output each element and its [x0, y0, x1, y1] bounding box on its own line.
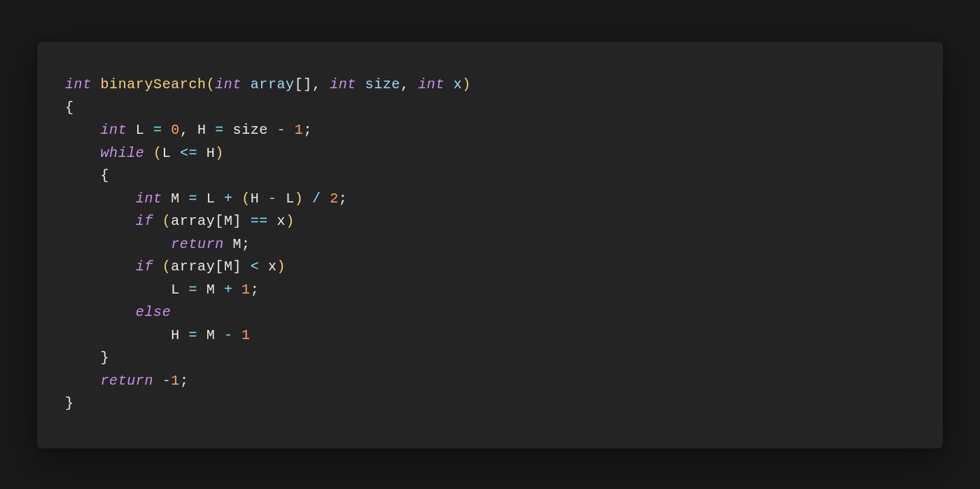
code-token: x [268, 259, 277, 275]
code-token: 2 [330, 191, 339, 207]
code-token [410, 76, 419, 92]
code-token [303, 191, 312, 207]
code-token: L [136, 122, 145, 138]
code-token: [] [295, 76, 312, 92]
code-token [215, 327, 224, 343]
code-token: if [136, 213, 153, 229]
code-token [224, 122, 233, 138]
code-token: == [251, 213, 268, 229]
code-token [197, 327, 206, 343]
code-token: return [100, 373, 153, 389]
code-token: binarySearch [100, 76, 206, 92]
code-block[interactable]: int binarySearch(int array[], int size, … [65, 74, 915, 415]
code-token: size [233, 122, 268, 138]
code-token [268, 213, 277, 229]
code-token: int [418, 76, 444, 92]
code-token [180, 327, 189, 343]
code-token: + [224, 191, 233, 207]
code-token: H [206, 145, 216, 161]
code-token [65, 304, 136, 320]
code-token: M [224, 213, 233, 229]
code-token: } [100, 350, 109, 366]
code-token: H [251, 191, 260, 207]
code-token [356, 76, 365, 92]
code-token: H [197, 122, 206, 138]
code-token: else [136, 304, 171, 320]
code-token: ) [286, 213, 295, 229]
code-token: L [286, 191, 295, 207]
code-token: L [206, 191, 216, 207]
code-token [65, 213, 136, 229]
code-token [153, 373, 162, 389]
code-token: <= [180, 145, 197, 161]
code-token [144, 122, 153, 138]
code-token: while [100, 145, 144, 161]
code-token [197, 145, 206, 161]
code-token [180, 191, 189, 207]
code-token: H [171, 327, 180, 343]
code-token [286, 122, 295, 138]
code-token: - [162, 373, 172, 389]
code-token: - [277, 122, 286, 138]
code-token: = [188, 191, 197, 207]
code-token: 0 [171, 122, 180, 138]
code-token: ) [277, 259, 286, 275]
code-token [233, 282, 242, 298]
code-token: = [188, 282, 197, 298]
code-token [162, 122, 172, 138]
code-snippet-card: int binarySearch(int array[], int size, … [37, 42, 943, 448]
code-token [65, 236, 171, 252]
code-token [65, 259, 136, 275]
code-token: [ [215, 213, 224, 229]
code-token [277, 191, 286, 207]
code-token: M [232, 236, 241, 252]
code-token: - [268, 191, 277, 207]
code-token [144, 145, 153, 161]
code-token: 1 [171, 373, 180, 389]
code-token: M [206, 282, 216, 298]
code-token [215, 191, 224, 207]
code-token: 1 [241, 327, 251, 343]
code-token [92, 76, 101, 92]
code-token [180, 282, 189, 298]
code-token [65, 373, 100, 389]
code-token: array [171, 213, 215, 229]
code-token [153, 213, 162, 229]
code-token: 1 [241, 282, 251, 298]
code-token: if [136, 259, 153, 275]
code-token [321, 76, 330, 92]
code-token: ) [462, 76, 471, 92]
code-token: ; [251, 282, 260, 298]
code-token [233, 327, 242, 343]
code-token [197, 282, 206, 298]
code-token: L [162, 145, 172, 161]
code-token: x [277, 213, 286, 229]
code-token: array [251, 76, 295, 92]
code-token: ( [153, 145, 162, 161]
code-token [241, 76, 251, 92]
code-token [259, 259, 268, 275]
code-token: = [153, 122, 162, 138]
code-token: { [65, 99, 74, 116]
code-token: ; [303, 122, 312, 138]
code-token: < [251, 259, 260, 275]
code-token: array [171, 259, 215, 275]
code-token [127, 122, 136, 138]
code-token: ] [233, 213, 242, 229]
code-token [65, 167, 100, 184]
code-token [197, 191, 206, 207]
code-token [241, 259, 251, 275]
code-token [65, 327, 171, 343]
code-token: M [206, 327, 216, 343]
code-token: L [171, 282, 180, 298]
code-token: M [171, 191, 180, 207]
code-token [215, 282, 224, 298]
code-token: return [171, 236, 224, 252]
code-token [233, 191, 242, 207]
code-token: size [365, 76, 400, 92]
code-token: ; [339, 191, 348, 207]
code-token: , [180, 122, 189, 138]
code-token: M [224, 259, 233, 275]
code-token: , [400, 76, 410, 92]
code-token [241, 213, 251, 229]
